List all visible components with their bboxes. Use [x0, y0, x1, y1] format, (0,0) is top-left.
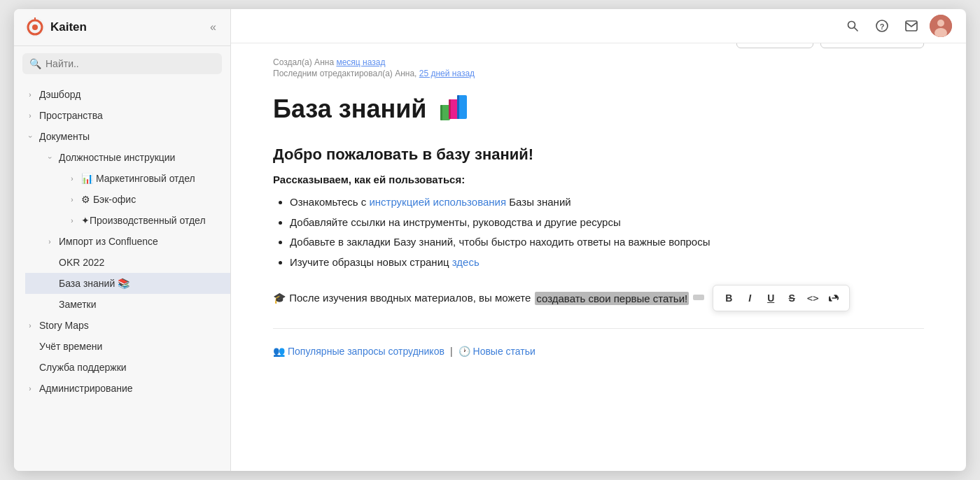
avatar[interactable] — [930, 15, 952, 37]
sidebar-item-label: Документы — [39, 131, 219, 142]
documents-submenu: › Должностные инструкции › 📊 Маркетингов… — [14, 147, 230, 315]
chevron-icon: › — [25, 385, 35, 393]
list-item: Добавляйте ссылки на инструменты, руково… — [290, 213, 924, 233]
bold-button[interactable]: B — [719, 288, 738, 308]
main-content: ? Создал(а) Анна месяц назад Последним о… — [231, 9, 966, 471]
sidebar-item-label: Учёт времени — [39, 341, 219, 352]
chevron-icon: › — [25, 112, 35, 120]
app-name: Kaiten — [50, 20, 87, 34]
sidebar-item-label: 📊 Маркетинговый отдел — [81, 173, 219, 184]
footer-links: 👥 Популярные запросы сотрудников | 🕐 Нов… — [273, 346, 924, 357]
formatting-toolbar: B I U S <> — [713, 285, 850, 311]
sidebar-item-label: ⚙ Бэк-офис — [81, 194, 219, 205]
sidebar-item-admin[interactable]: › Администрирование — [14, 378, 230, 399]
text-selection-toolbar: B I U S <> — [693, 285, 850, 311]
search-input[interactable] — [46, 58, 215, 69]
chevron-icon: › — [67, 217, 77, 225]
created-info: Создал(а) Анна месяц назад — [273, 57, 475, 67]
divider — [273, 328, 924, 329]
chevron-icon: › — [67, 196, 77, 204]
document-meta: Создал(а) Анна месяц назад Последним отр… — [273, 57, 475, 78]
welcome-heading: Добро пожаловать в базу знаний! — [273, 146, 924, 164]
sidebar-item-label: Заметки — [59, 299, 219, 310]
popular-requests-icon: 👥 — [273, 346, 285, 357]
search-button[interactable] — [841, 15, 864, 37]
footer-separator: | — [450, 346, 453, 357]
sidebar-item-support[interactable]: › Служба поддержки — [14, 357, 230, 378]
sidebar-item-label: База знаний 📚 — [59, 278, 219, 289]
content-area: Создал(а) Анна месяц назад Последним отр… — [231, 43, 966, 471]
kaiten-logo-icon — [25, 17, 45, 37]
share-button[interactable]: ПОДЕЛИТЬСЯ — [820, 43, 924, 48]
chevron-icon: › — [46, 153, 54, 162]
strikethrough-button[interactable]: S — [782, 288, 802, 308]
code-button[interactable]: <> — [803, 288, 822, 308]
access-button[interactable]: ДОСТУП — [736, 43, 813, 48]
underline-button[interactable]: U — [761, 288, 780, 308]
chevron-icon: › — [27, 132, 34, 141]
title-emoji — [435, 92, 471, 126]
new-articles-label: Новые статьи — [473, 346, 536, 357]
sidebar-item-spaces[interactable]: › Пространства — [14, 105, 230, 126]
sidebar-item-documents[interactable]: › Документы — [14, 126, 230, 147]
examples-link[interactable]: здесь — [452, 256, 479, 268]
sidebar-item-production[interactable]: › ✦Производственный отдел — [36, 210, 230, 231]
svg-rect-23 — [457, 95, 459, 119]
list-item: Изучите образцы новых страниц здесь — [290, 253, 924, 273]
instructions-link[interactable]: инструкцией использования — [369, 196, 506, 208]
chevron-icon: › — [25, 91, 35, 99]
sidebar-item-okr[interactable]: › OKR 2022 — [25, 252, 230, 273]
svg-rect-21 — [449, 99, 451, 119]
mail-button[interactable] — [900, 15, 923, 37]
link-button[interactable] — [824, 288, 844, 308]
sidebar-item-dashboard[interactable]: › Дэшборд — [14, 84, 230, 105]
page-title-text: База знаний — [273, 94, 426, 124]
logo-area: Kaiten — [25, 17, 87, 37]
svg-point-2 — [32, 24, 38, 30]
created-when-link[interactable]: месяц назад — [336, 57, 385, 67]
list-item: Ознакомьтесь с инструкцией использования… — [290, 192, 924, 213]
search-icon: 🔍 — [29, 58, 41, 69]
collapse-button[interactable]: « — [207, 18, 219, 36]
sidebar-item-label: OKR 2022 — [59, 257, 219, 268]
new-articles-link[interactable]: 🕐 Новые статьи — [458, 346, 536, 357]
edited-when-link[interactable]: 25 дней назад — [419, 69, 475, 78]
sidebar-item-job-instructions[interactable]: › Должностные инструкции — [25, 147, 230, 168]
highlight-before-text: 🎓 После изучения вводных материалов, вы … — [273, 292, 531, 304]
page-title: База знаний — [273, 92, 924, 126]
sidebar: Kaiten « 🔍 › Дэшборд › Пространства › До… — [14, 9, 231, 471]
svg-rect-19 — [440, 105, 442, 120]
sidebar-item-label: ✦Производственный отдел — [81, 215, 219, 226]
sidebar-item-time-tracking[interactable]: › Учёт времени — [14, 336, 230, 357]
sidebar-item-label: Импорт из Confluence — [59, 236, 219, 247]
sidebar-item-label: Должностные инструкции — [59, 152, 219, 163]
sidebar-item-marketing[interactable]: › 📊 Маркетинговый отдел — [36, 168, 230, 189]
sidebar-item-label: Story Maps — [39, 320, 219, 331]
sidebar-item-label: Пространства — [39, 110, 219, 121]
sidebar-item-backoffice[interactable]: › ⚙ Бэк-офис — [36, 189, 230, 210]
svg-text:?: ? — [880, 22, 885, 31]
popular-requests-link[interactable]: 👥 Популярные запросы сотрудников — [273, 346, 444, 357]
sidebar-item-notes[interactable]: › Заметки — [25, 294, 230, 315]
help-button[interactable]: ? — [871, 15, 893, 37]
italic-button[interactable]: I — [740, 288, 760, 308]
sidebar-item-label: Служба поддержки — [39, 362, 219, 373]
sidebar-header: Kaiten « — [14, 9, 230, 46]
new-articles-icon: 🕐 — [458, 346, 470, 357]
sidebar-item-confluence[interactable]: › Импорт из Confluence — [25, 231, 230, 252]
chevron-icon: › — [25, 322, 35, 330]
sidebar-item-story-maps[interactable]: › Story Maps — [14, 315, 230, 336]
job-instructions-submenu: › 📊 Маркетинговый отдел › ⚙ Бэк-офис › ✦… — [25, 168, 230, 231]
svg-line-5 — [855, 28, 858, 31]
highlighted-text: создавать свои первые статьи! — [535, 292, 689, 305]
topbar: ? — [231, 9, 966, 43]
how-to-use-list: Ознакомьтесь с инструкцией использования… — [273, 192, 924, 272]
how-to-use-subheading: Рассказываем, как ей пользоваться: — [273, 174, 924, 185]
nav-list: › Дэшборд › Пространства › Документы › Д… — [14, 81, 230, 471]
sidebar-item-label: Дэшборд — [39, 89, 219, 100]
sidebar-item-knowledge-base[interactable]: › База знаний 📚 — [25, 273, 230, 294]
search-box[interactable]: 🔍 — [22, 53, 222, 74]
edited-info: Последним отредактировал(а) Анна, 25 дне… — [273, 69, 475, 78]
sidebar-item-label: Администрирование — [39, 383, 219, 394]
svg-point-10 — [937, 20, 944, 27]
